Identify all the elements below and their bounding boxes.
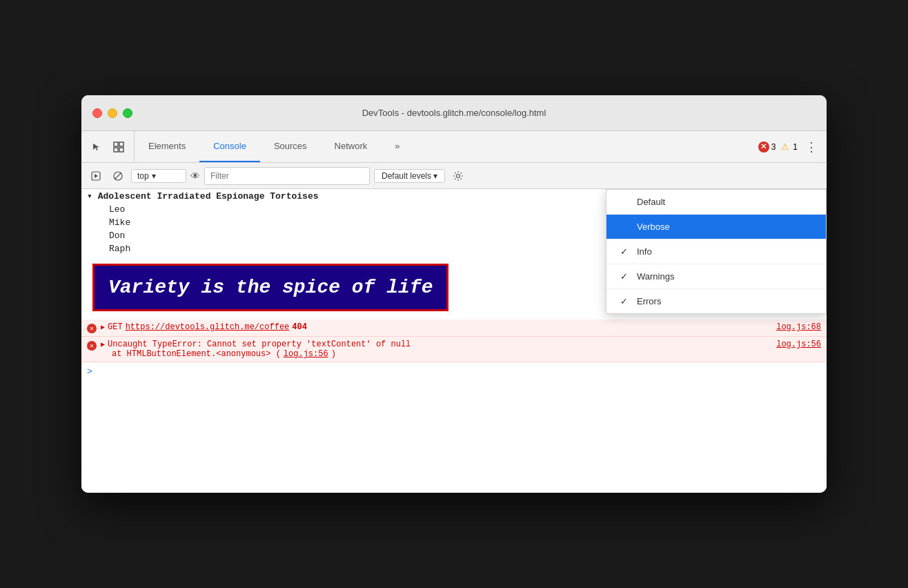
tree-item-label: Raph: [109, 244, 130, 254]
levels-dropdown-btn[interactable]: Default levels ▾: [374, 169, 445, 183]
cursor-icon-btn[interactable]: [87, 137, 106, 157]
traffic-lights: [92, 108, 132, 118]
error-content-1: ▶ GET https://devtools.glitch.me/coffee …: [101, 322, 821, 332]
variety-box: Variety is the spice of life: [92, 264, 448, 311]
filter-input[interactable]: [204, 167, 370, 185]
dropdown-label-errors: Errors: [637, 296, 661, 306]
error-source-1[interactable]: log.js:68: [776, 322, 821, 332]
error-badge: ✕ 3: [758, 141, 776, 153]
console-body: ▾ Adolescent Irradiated Espionage Tortoi…: [81, 189, 827, 493]
devtools-more-btn[interactable]: ⋮: [802, 137, 821, 157]
dropdown-label-default: Default: [637, 197, 665, 207]
dropdown-label-info: Info: [637, 246, 652, 257]
prompt-symbol: >: [87, 366, 92, 377]
error-stack-link[interactable]: log.js:56: [284, 349, 328, 359]
error-icon-1: ✕: [87, 324, 97, 333]
play-icon-btn[interactable]: [87, 167, 105, 185]
variety-text: Variety is the spice of life: [108, 277, 433, 298]
error-method: GET: [108, 322, 123, 332]
tab-console[interactable]: Console: [199, 131, 260, 162]
error-source-2[interactable]: log.js:56: [776, 340, 821, 349]
warning-count: 1: [793, 142, 798, 152]
dropdown-item-errors[interactable]: ✓ Errors: [606, 289, 826, 313]
tab-sources[interactable]: Sources: [260, 131, 321, 162]
tree-group-label: ▾ Adolescent Irradiated Espionage Tortoi…: [87, 190, 318, 202]
devtools-window: DevTools - devtools.glitch.me/console/lo…: [81, 95, 827, 493]
window-title: DevTools - devtools.glitch.me/console/lo…: [362, 108, 546, 118]
tree-item-label: Don: [109, 231, 125, 241]
check-info: ✓: [620, 246, 630, 257]
check-errors: ✓: [620, 296, 630, 306]
clear-icon: [113, 171, 123, 181]
tree-item-label: Mike: [109, 217, 130, 228]
error-status: 404: [292, 322, 307, 332]
svg-point-8: [457, 174, 460, 177]
svg-marker-5: [95, 174, 98, 178]
error-url[interactable]: https://devtools.glitch.me/coffee: [126, 322, 290, 332]
dropdown-item-default[interactable]: Default: [606, 190, 826, 215]
dropdown-item-info[interactable]: ✓ Info: [606, 239, 826, 264]
toolbar-right: ✕ 3 ⚠ 1 ⋮: [753, 131, 827, 162]
title-bar: DevTools - devtools.glitch.me/console/lo…: [81, 95, 827, 131]
error-count-icon: ✕: [758, 141, 769, 153]
clear-icon-btn[interactable]: [109, 167, 127, 185]
svg-rect-1: [119, 142, 124, 146]
console-log-area: ▾ Adolescent Irradiated Espionage Tortoi…: [81, 189, 827, 381]
inspect-icon-btn[interactable]: [109, 137, 128, 157]
settings-icon-btn[interactable]: [449, 167, 467, 185]
levels-dropdown: Default Verbose ✓ Info ✓ Warnings ✓ Erro…: [606, 189, 827, 314]
svg-rect-0: [114, 142, 118, 146]
svg-rect-2: [114, 148, 118, 152]
dropdown-item-warnings[interactable]: ✓ Warnings: [606, 264, 826, 289]
error-count: 3: [771, 142, 776, 152]
eye-icon[interactable]: 👁: [190, 170, 200, 182]
close-button[interactable]: [92, 108, 102, 118]
error-triangle-2[interactable]: ▶: [101, 340, 105, 349]
select-arrow-icon: ▾: [152, 171, 156, 181]
minimize-button[interactable]: [108, 108, 117, 118]
error-icon-2: ✕: [87, 341, 97, 351]
svg-line-7: [115, 173, 121, 179]
error-row-1: ✕ ▶ GET https://devtools.glitch.me/coffe…: [81, 320, 827, 337]
tree-item-label: Leo: [109, 204, 125, 215]
dropdown-label-warnings: Warnings: [637, 271, 674, 282]
context-select[interactable]: top ▾: [131, 169, 186, 183]
dropdown-item-verbose[interactable]: Verbose: [606, 215, 826, 239]
warning-count-icon: ⚠: [780, 141, 791, 153]
tab-elements[interactable]: Elements: [135, 131, 199, 162]
toolbar-left-icons: [81, 131, 135, 162]
warning-badge: ⚠ 1: [780, 141, 798, 153]
error-triangle-1[interactable]: ▶: [101, 323, 105, 331]
error-content-2: ▶ Uncaught TypeError: Cannot set propert…: [101, 340, 821, 359]
console-prompt[interactable]: >: [81, 362, 827, 381]
nav-tabs: Elements Console Sources Network »: [135, 131, 753, 162]
maximize-button[interactable]: [123, 108, 132, 118]
svg-rect-3: [119, 148, 124, 152]
dropdown-label-verbose: Verbose: [637, 222, 670, 232]
inspect-icon: [113, 141, 124, 153]
error-line-1: ▶ GET https://devtools.glitch.me/coffee …: [101, 322, 821, 332]
cursor-icon: [92, 142, 101, 152]
error-line-2a: ▶ Uncaught TypeError: Cannot set propert…: [101, 340, 821, 349]
error-line-2b: at HTMLButtonElement.<anonymous> (log.js…: [101, 349, 821, 359]
error-stack-end: ): [331, 349, 336, 359]
nav-toolbar: Elements Console Sources Network » ✕ 3 ⚠…: [81, 131, 827, 163]
error-row-2: ✕ ▶ Uncaught TypeError: Cannot set prope…: [81, 337, 827, 362]
error-stack: at HTMLButtonElement.<anonymous> (: [112, 349, 281, 359]
console-toolbar: top ▾ 👁 Default levels ▾: [81, 163, 827, 189]
check-warnings: ✓: [620, 271, 630, 282]
tab-more[interactable]: »: [381, 131, 413, 162]
tab-network[interactable]: Network: [321, 131, 382, 162]
play-icon: [91, 171, 101, 181]
settings-icon: [453, 170, 464, 182]
error-message-2: Uncaught TypeError: Cannot set property …: [108, 340, 411, 349]
